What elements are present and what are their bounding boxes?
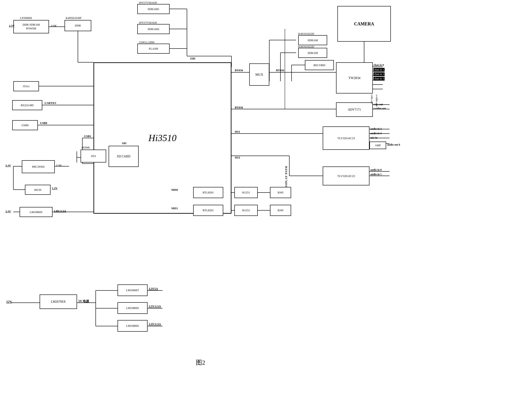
display-path-label: DISPLAY PATH	[284, 166, 288, 189]
lm1086is-bot-box: LM1086IS	[118, 320, 148, 332]
audio-in-0: audio in 0	[370, 168, 382, 172]
v25-label-a: 2.5V	[9, 24, 15, 28]
v33-1_5a-label: 3.3V/1.5A	[149, 322, 161, 326]
lm2678sx-box: LM2678SX	[40, 294, 77, 309]
record-box: RECORD	[305, 60, 334, 70]
iis2-label: IIS2	[235, 156, 240, 159]
jtag-label: JTAG	[23, 85, 30, 88]
sdram2-label: SDRAM2	[148, 27, 159, 31]
usb0-label: USB0	[22, 124, 29, 127]
mux-box: MUX	[249, 63, 269, 86]
bt656-top-label: BT656	[235, 68, 243, 72]
tlv2-label: TLV320AIC23	[337, 174, 355, 178]
sdram-bot-label: SDRAM	[308, 51, 318, 55]
ata-box: ATA	[81, 150, 106, 163]
adv7171-box: ADV7171	[336, 102, 373, 117]
mux-label: MUX	[255, 73, 263, 76]
usb0-line-label: USB0	[40, 121, 47, 125]
camera-box: CAMERA	[337, 6, 391, 42]
sdcard-box: SD CARD	[109, 146, 139, 167]
mic29302-box: MIC29302	[22, 160, 55, 173]
mic-in: mic in	[370, 136, 377, 140]
h1251-top-box: H1251	[234, 187, 258, 198]
sdram2-box: SDRAM2	[137, 24, 170, 34]
68300b-label: 68300b	[82, 146, 90, 149]
lm1086is-mid-label: LM1086IS	[126, 306, 139, 310]
v33-label-a: 3.3V	[5, 164, 11, 167]
v12-label: 1.2V	[52, 187, 58, 190]
chan-in-0: chan in 0	[373, 63, 384, 67]
ata-label: ATA	[90, 154, 96, 158]
usb0-box: USB0	[12, 120, 38, 130]
tlv1-box: TLV320AIC23	[323, 127, 369, 150]
mii0-label: MII0	[171, 188, 178, 192]
rtl8201-top-box: RTL8201	[193, 187, 223, 198]
rj45-top-box: RJ45	[270, 187, 291, 198]
ddr-box: DDR	[65, 20, 91, 31]
ddr-sdram-power-label: DDR SDRAMPOWER	[23, 23, 40, 30]
camera-label: CAMERA	[354, 21, 374, 26]
tw2834-box: TW2834	[336, 62, 373, 93]
tw2834-label: TW2834	[349, 76, 360, 80]
audio-in-3: audio in 3	[370, 132, 382, 135]
ddr-label: DDR	[75, 24, 81, 27]
lm1086is-top-label: LM1086IS	[30, 210, 42, 214]
v18-label: 1.8V/1.5A	[54, 209, 66, 213]
chan-in-1: chan in 1	[373, 68, 385, 72]
lm2678sx-label: LM2678SX	[51, 300, 66, 304]
tlv2-box: TLV320AIC23	[323, 166, 369, 185]
figure-label: 图2	[196, 358, 205, 367]
cvbs-out-bot: cvbs out	[373, 103, 383, 106]
lm1086is-mid-box: LM1086IS	[118, 302, 148, 314]
record-label: RECORD	[313, 63, 325, 67]
amp-box: AMP	[369, 142, 386, 149]
sdram-bot-box: SDRAM	[298, 48, 327, 58]
lm1086is-bot-label: LM1086IS	[126, 324, 139, 328]
rtl8201-top-label: RTL8201	[203, 191, 214, 194]
usb1-label: USB1	[84, 135, 91, 138]
cvbs-out-top: cvbs out	[370, 95, 373, 104]
lp2996m-label: LP2996M	[20, 16, 32, 20]
v25-1_5a-label: 2.5V/1.5A	[149, 305, 161, 308]
svideo-out-bot: s-video out	[373, 107, 386, 110]
sdram1-label: SDRAM1	[148, 7, 159, 11]
mic29302-label: MIC29302	[32, 165, 45, 168]
49150-label: 49150	[34, 188, 41, 192]
rs232-box: RS232/485	[12, 100, 42, 110]
v33-label-b: 3.3V	[5, 210, 11, 213]
rj45-bot-box: RJ45	[270, 205, 291, 216]
uart-label: UART0/1	[45, 101, 56, 105]
sdram-top-box: SDRAM	[298, 35, 327, 45]
v33-5a-label: 3.3V5A	[149, 287, 158, 291]
rj45-top-label: RJ45	[277, 191, 284, 194]
v5-label: 5V 电源	[78, 299, 89, 303]
sdcard-label: SD CARD	[117, 155, 130, 158]
mii1-label: MII1	[171, 207, 178, 210]
h1251-bot-label: H1251	[242, 209, 250, 212]
v25-label-b: 2.5V	[51, 24, 57, 28]
rj45-bot-label: RJ45	[277, 209, 284, 212]
spi-label: SPI	[122, 142, 127, 145]
ebi-label: EBI	[190, 57, 195, 60]
tlv1-label: TLV320AIC23	[337, 136, 355, 140]
lm1084it-box: LM1084IT	[118, 285, 148, 296]
chan-in-3: chan in 3	[373, 77, 385, 81]
flash-label: FLASH	[149, 47, 158, 51]
audio-in-1: audio in 1	[370, 173, 382, 176]
h1251-top-label: H1251	[242, 191, 250, 194]
rtl8201-bot-box: RTL8201	[193, 205, 223, 216]
lm1086is-top-box: LM1086IS	[20, 207, 52, 217]
iis1-label: IIS1	[235, 130, 240, 134]
49150-box: 49150	[25, 185, 51, 195]
h1251-bot-box: H1251	[234, 205, 258, 216]
sdram-top-label: SDRAM	[308, 38, 318, 42]
audio-in-2: audio in 2	[370, 127, 382, 131]
rtl8201-bot-label: RTL8201	[203, 209, 214, 212]
adv7171-label: ADV7171	[348, 108, 361, 112]
k4h-label: K4H561638F	[66, 16, 82, 20]
sdram1-box: SDRAM1	[137, 4, 170, 14]
v12-main-label: 12V	[6, 300, 12, 304]
bt656-mid-label: BT656	[276, 68, 284, 72]
audio-out-0: audio out 0	[387, 143, 400, 146]
amp-label: AMP	[375, 144, 381, 147]
